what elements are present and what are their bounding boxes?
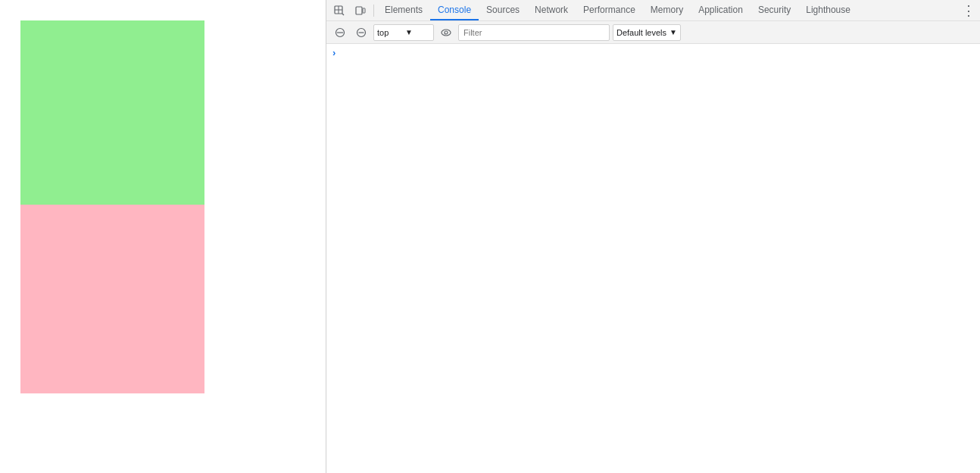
devtools-tabs-bar: Elements Console Sources Network Perform… [326, 0, 980, 21]
page-preview [0, 0, 326, 473]
context-value: top [377, 28, 402, 37]
svg-point-10 [445, 31, 448, 34]
svg-rect-4 [363, 8, 365, 13]
devtools-tab-list: Elements Console Sources Network Perform… [377, 0, 957, 20]
toolbar-separator [373, 5, 374, 17]
tab-application[interactable]: Application [691, 0, 751, 20]
clear-console-button[interactable] [331, 23, 349, 42]
levels-label: Default levels [616, 28, 666, 37]
tab-performance[interactable]: Performance [576, 0, 643, 20]
tab-console[interactable]: Console [430, 0, 479, 20]
no-entry-button[interactable] [352, 23, 370, 42]
live-expression-button[interactable] [437, 23, 455, 42]
levels-dropdown-arrow: ▼ [669, 28, 677, 36]
tab-network[interactable]: Network [527, 0, 576, 20]
console-output: › [326, 44, 980, 473]
tab-elements[interactable]: Elements [377, 0, 430, 20]
context-dropdown-arrow: ▼ [405, 28, 430, 36]
tab-sources[interactable]: Sources [479, 0, 527, 20]
console-toolbar: top ▼ Default levels ▼ [326, 21, 980, 44]
svg-rect-3 [356, 7, 362, 14]
console-prompt-line: › [326, 44, 980, 61]
log-levels-selector[interactable]: Default levels ▼ [613, 24, 681, 41]
tab-lighthouse[interactable]: Lighthouse [798, 0, 858, 20]
prompt-arrow-icon: › [332, 47, 336, 58]
more-tabs-button[interactable]: ⋮ [960, 2, 977, 20]
device-toolbar-button[interactable] [351, 2, 370, 20]
devtools-panel: Elements Console Sources Network Perform… [326, 0, 980, 473]
filter-input[interactable] [458, 24, 610, 41]
svg-point-9 [442, 30, 451, 36]
pink-box [20, 205, 204, 393]
tab-memory[interactable]: Memory [643, 0, 691, 20]
context-selector[interactable]: top ▼ [373, 24, 434, 41]
green-box [20, 20, 204, 205]
tab-security[interactable]: Security [751, 0, 798, 20]
inspect-element-button[interactable] [329, 2, 349, 20]
